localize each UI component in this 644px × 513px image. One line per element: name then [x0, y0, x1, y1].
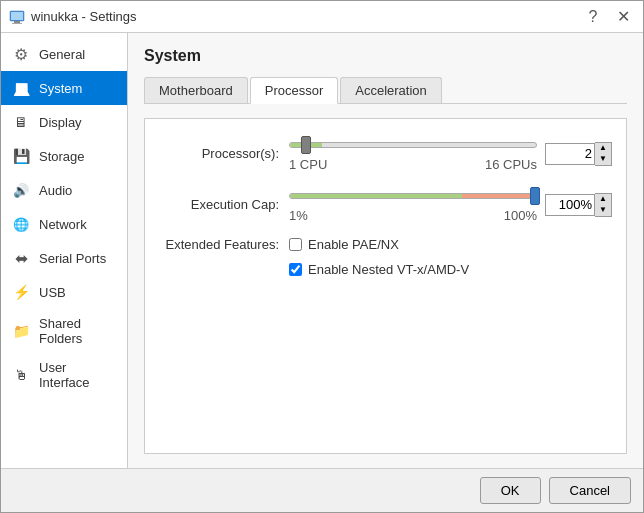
- sidebar-item-shared-folders[interactable]: Shared Folders: [1, 309, 127, 353]
- sidebar-item-user-interface[interactable]: User Interface: [1, 353, 127, 397]
- processors-slider[interactable]: [289, 135, 537, 155]
- execution-cap-max-label: 100%: [504, 208, 537, 223]
- svg-rect-3: [11, 12, 23, 20]
- execution-cap-thumb[interactable]: [530, 187, 540, 205]
- shared-folders-icon: [11, 321, 31, 341]
- processors-labels: 1 CPU 16 CPUs: [289, 157, 537, 172]
- processors-spin-up[interactable]: ▲: [595, 143, 611, 154]
- sidebar-label-system: System: [39, 81, 82, 96]
- processor-tab-content: Processor(s): 1 CPU 16: [144, 118, 627, 454]
- execution-cap-spin-buttons: ▲ ▼: [595, 193, 612, 217]
- execution-cap-track: [289, 193, 537, 199]
- sidebar-item-system[interactable]: System: [1, 71, 127, 105]
- system-icon: [11, 78, 31, 98]
- sidebar-item-audio[interactable]: Audio: [1, 173, 127, 207]
- content-area: System Motherboard Processor Acceleratio…: [128, 33, 643, 468]
- execution-cap-spin-down[interactable]: ▼: [595, 205, 611, 216]
- processors-slider-track-area: [289, 135, 537, 155]
- processors-track: [289, 142, 537, 148]
- nested-vt-label: Enable Nested VT-x/AMD-V: [308, 262, 469, 277]
- sidebar-item-network[interactable]: Network: [1, 207, 127, 241]
- execution-cap-labels: 1% 100%: [289, 208, 537, 223]
- ok-button[interactable]: OK: [480, 477, 541, 504]
- sidebar-label-display: Display: [39, 115, 82, 130]
- execution-cap-slider-track-area: [289, 186, 537, 206]
- sidebar-label-network: Network: [39, 217, 87, 232]
- help-button[interactable]: ?: [581, 5, 605, 29]
- sidebar-label-audio: Audio: [39, 183, 72, 198]
- execution-cap-spin-up[interactable]: ▲: [595, 194, 611, 205]
- extended-features-label: Extended Features:: [159, 237, 289, 252]
- app-icon: [9, 9, 25, 25]
- execution-cap-slider[interactable]: [289, 186, 537, 206]
- execution-cap-fill-red: [462, 194, 536, 198]
- usb-icon: [11, 282, 31, 302]
- sidebar-item-usb[interactable]: USB: [1, 275, 127, 309]
- processors-row: Processor(s): 1 CPU 16: [159, 135, 612, 172]
- sidebar-item-general[interactable]: General: [1, 37, 127, 71]
- execution-cap-slider-wrapper: 1% 100%: [289, 186, 537, 223]
- page-title: System: [144, 47, 627, 65]
- execution-cap-min-label: 1%: [289, 208, 308, 223]
- tab-bar: Motherboard Processor Acceleration: [144, 77, 627, 104]
- serial-icon: [11, 248, 31, 268]
- sidebar-label-shared-folders: Shared Folders: [39, 316, 117, 346]
- execution-cap-spinbox: ▲ ▼: [545, 193, 612, 217]
- sidebar: General System Display Storage Audio: [1, 33, 128, 468]
- pae-nx-row[interactable]: Enable PAE/NX: [289, 237, 469, 252]
- sidebar-label-serial-ports: Serial Ports: [39, 251, 106, 266]
- network-icon: [11, 214, 31, 234]
- user-interface-icon: [11, 365, 31, 385]
- processors-spinbox: ▲ ▼: [545, 142, 612, 166]
- execution-cap-row: Execution Cap: 1%: [159, 186, 612, 223]
- storage-icon: [11, 146, 31, 166]
- window-title: winukka - Settings: [31, 9, 575, 24]
- title-bar: winukka - Settings ? ✕: [1, 1, 643, 33]
- tab-acceleration[interactable]: Acceleration: [340, 77, 442, 103]
- svg-rect-1: [14, 21, 20, 23]
- processors-min-label: 1 CPU: [289, 157, 327, 172]
- pae-nx-label: Enable PAE/NX: [308, 237, 399, 252]
- processors-input[interactable]: [545, 143, 595, 165]
- processors-label: Processor(s):: [159, 146, 289, 161]
- general-icon: [11, 44, 31, 64]
- sidebar-label-storage: Storage: [39, 149, 85, 164]
- audio-icon: [11, 180, 31, 200]
- nested-vt-row[interactable]: Enable Nested VT-x/AMD-V: [289, 262, 469, 277]
- close-button[interactable]: ✕: [611, 5, 635, 29]
- main-layout: General System Display Storage Audio: [1, 33, 643, 468]
- processors-spin-down[interactable]: ▼: [595, 154, 611, 165]
- extended-features-options: Enable PAE/NX Enable Nested VT-x/AMD-V: [289, 237, 469, 283]
- tab-processor[interactable]: Processor: [250, 77, 339, 104]
- processors-slider-wrapper: 1 CPU 16 CPUs: [289, 135, 537, 172]
- cancel-button[interactable]: Cancel: [549, 477, 631, 504]
- extended-features-row: Extended Features: Enable PAE/NX Enable …: [159, 237, 612, 283]
- processors-thumb[interactable]: [301, 136, 311, 154]
- nested-vt-checkbox[interactable]: [289, 263, 302, 276]
- sidebar-item-serial-ports[interactable]: Serial Ports: [1, 241, 127, 275]
- settings-window: winukka - Settings ? ✕ General System Di…: [0, 0, 644, 513]
- execution-cap-input[interactable]: [545, 194, 595, 216]
- execution-cap-label: Execution Cap:: [159, 197, 289, 212]
- footer: OK Cancel: [1, 468, 643, 512]
- svg-rect-2: [12, 23, 22, 24]
- display-icon: [11, 112, 31, 132]
- sidebar-label-general: General: [39, 47, 85, 62]
- sidebar-item-storage[interactable]: Storage: [1, 139, 127, 173]
- execution-cap-fill-green: [290, 194, 462, 198]
- sidebar-label-usb: USB: [39, 285, 66, 300]
- sidebar-label-user-interface: User Interface: [39, 360, 117, 390]
- processors-max-label: 16 CPUs: [485, 157, 537, 172]
- pae-nx-checkbox[interactable]: [289, 238, 302, 251]
- processors-spin-buttons: ▲ ▼: [595, 142, 612, 166]
- sidebar-item-display[interactable]: Display: [1, 105, 127, 139]
- tab-motherboard[interactable]: Motherboard: [144, 77, 248, 103]
